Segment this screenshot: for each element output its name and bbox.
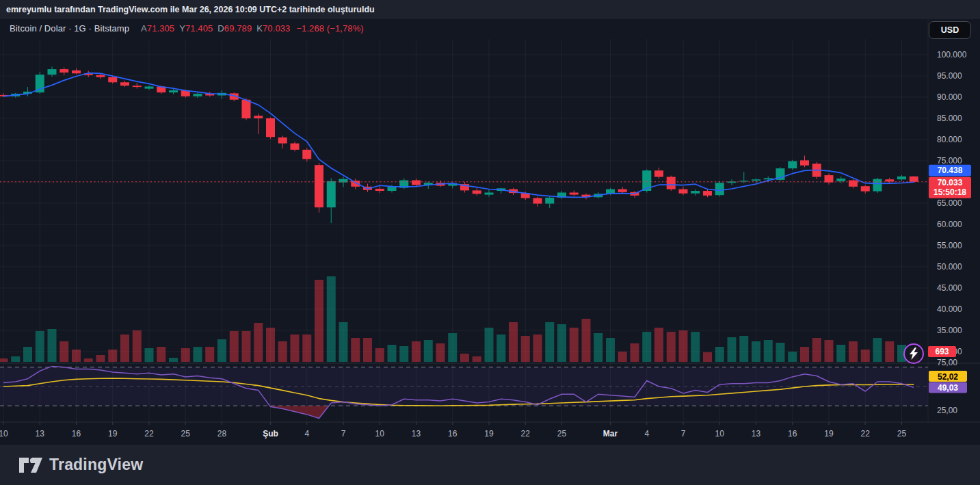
svg-text:75,00: 75,00: [937, 358, 957, 367]
svg-text:25: 25: [181, 429, 191, 438]
svg-text:Mar: Mar: [603, 429, 618, 438]
symbol-title: Bitcoin / Dolar · 1G · Bitstamp: [10, 23, 129, 34]
svg-text:19: 19: [824, 429, 834, 438]
high-label: Y: [179, 23, 185, 34]
svg-text:85.000: 85.000: [937, 114, 962, 123]
svg-text:70.438: 70.438: [938, 166, 963, 175]
svg-text:16: 16: [788, 429, 797, 438]
svg-text:16: 16: [448, 429, 458, 438]
svg-text:70.033: 70.033: [938, 178, 963, 187]
svg-text:49,03: 49,03: [938, 383, 958, 393]
svg-text:90.000: 90.000: [937, 92, 962, 102]
svg-text:22: 22: [144, 429, 154, 438]
svg-text:10: 10: [715, 429, 725, 438]
svg-text:4: 4: [644, 429, 649, 438]
currency-label: USD: [941, 25, 959, 35]
tradingview-logo-icon[interactable]: [18, 456, 43, 475]
high-value: 71.405: [185, 23, 213, 34]
lightning-button[interactable]: [903, 343, 924, 364]
svg-text:60.000: 60.000: [937, 220, 962, 229]
svg-text:19: 19: [484, 429, 494, 438]
svg-text:50.000: 50.000: [937, 262, 962, 272]
svg-text:13: 13: [412, 429, 421, 438]
svg-text:10: 10: [375, 429, 385, 438]
svg-text:25,00: 25,00: [937, 406, 957, 415]
close-value: 70.033: [263, 23, 290, 34]
svg-text:4: 4: [304, 429, 309, 438]
svg-text:13: 13: [36, 429, 45, 438]
svg-text:13: 13: [752, 429, 761, 438]
low-value: 69.789: [224, 23, 252, 34]
svg-text:7: 7: [341, 429, 346, 438]
chart-canvas[interactable]: 100.00095.00090.00085.00080.00075.00070.…: [0, 0, 980, 485]
svg-text:28: 28: [217, 429, 227, 438]
svg-text:35.000: 35.000: [937, 326, 962, 335]
svg-text:40.000: 40.000: [937, 304, 962, 314]
svg-text:10: 10: [0, 429, 8, 438]
footer-bar: TradingView: [0, 445, 980, 485]
svg-text:25: 25: [897, 429, 907, 438]
currency-button[interactable]: USD: [929, 21, 971, 39]
svg-text:55.000: 55.000: [937, 241, 962, 250]
svg-text:52,02: 52,02: [938, 372, 958, 382]
low-label: D: [217, 23, 224, 34]
svg-text:75.000: 75.000: [937, 156, 962, 166]
svg-text:15:50:18: 15:50:18: [933, 187, 966, 197]
open-value: 71.305: [147, 23, 174, 34]
svg-text:693: 693: [935, 347, 949, 356]
svg-text:Şub: Şub: [263, 429, 278, 438]
svg-text:25: 25: [557, 429, 567, 438]
svg-text:19: 19: [108, 429, 118, 438]
tradingview-snapshot: { "attribution": { "text": "emreyumlu ta…: [0, 0, 980, 485]
svg-text:80.000: 80.000: [937, 135, 962, 144]
symbol-legend: Bitcoin / Dolar · 1G · BitstampA71.305Y7…: [10, 23, 364, 34]
svg-text:16: 16: [72, 429, 81, 438]
svg-text:65.000: 65.000: [937, 198, 962, 208]
change-value: −1.268 (−1,78%): [296, 23, 363, 34]
tradingview-wordmark: TradingView: [49, 456, 143, 474]
close-label: K: [256, 23, 263, 34]
svg-text:95.000: 95.000: [937, 71, 962, 81]
svg-text:7: 7: [681, 429, 686, 438]
svg-text:100.000: 100.000: [937, 50, 967, 60]
svg-text:22: 22: [521, 429, 531, 438]
svg-text:22: 22: [861, 429, 871, 438]
svg-text:45.000: 45.000: [937, 283, 962, 293]
lightning-icon: [909, 348, 918, 360]
open-label: A: [141, 23, 147, 34]
